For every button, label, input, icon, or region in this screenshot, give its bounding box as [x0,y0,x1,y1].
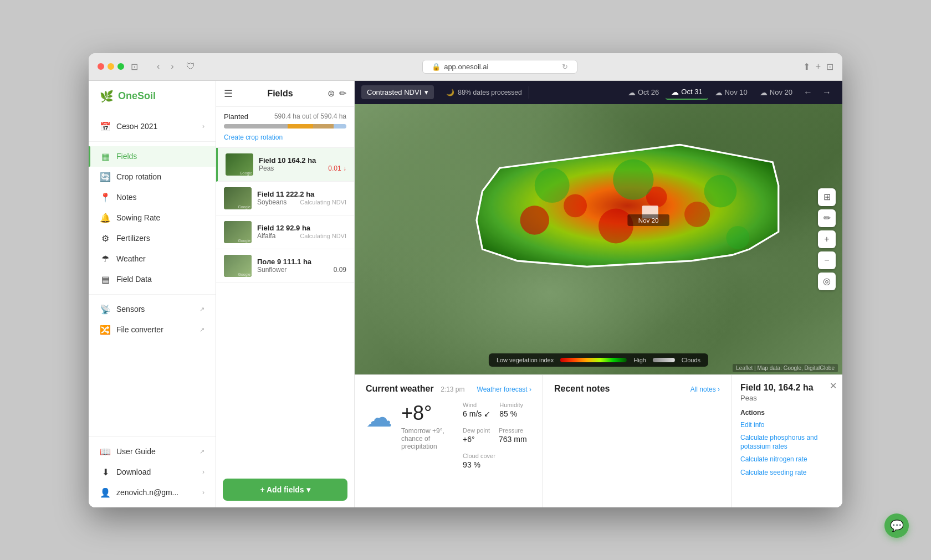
sidebar-item-season[interactable]: 📅 Сезон 2021 › [89,116,216,137]
map-layers-button[interactable]: ⊞ [818,188,836,206]
shield-icon: 🛡 [184,61,197,71]
weather-tomorrow: Tomorrow +9°, chance of precipitation [401,427,445,450]
external-link-icon2: ↗ [200,326,204,333]
map-draw-button[interactable]: ✏ [818,209,836,227]
sidebar-item-fertilizers[interactable]: ⚙ Fertilizers [89,228,216,249]
field-thumbnail: Google [226,153,253,176]
field-info-panel: ✕ Field 10, 164.2 ha Peas Actions Edit i… [732,375,842,507]
sidebar-item-download[interactable]: ⬇ Download › [89,462,216,482]
sidebar-item-crop-rotation[interactable]: 🔄 Crop rotation [89,167,216,187]
chat-fab-button[interactable]: 💬 [884,513,909,538]
field-info-close-button[interactable]: ✕ [830,381,837,391]
cloud-icon-2: ☁ [715,88,723,97]
new-tab-button[interactable]: + [816,61,821,72]
field-info-row: Field 11 222.2 ha Soybeans Calculating N… [257,190,346,206]
window-toggle-button[interactable]: ⊡ [131,61,138,72]
moon-icon: 🌙 [446,89,454,96]
recent-notes-panel: Recent notes All notes › [543,375,732,507]
add-fields-button[interactable]: + Add fields ▾ [223,479,347,501]
sidebar-item-sensors[interactable]: 📡 Sensors ↗ [89,299,216,320]
logo-icon: 🌿 [100,90,114,103]
green-area [613,159,653,199]
notes-icon: 📍 [100,192,111,203]
processing-text: 88% dates processed [458,89,521,96]
fields-header-actions: ⊜ ✏ [328,88,346,99]
field-item[interactable]: Google Field 12 92.9 ha Alfalfa Calculat… [216,215,354,249]
minimize-button[interactable] [108,63,114,70]
hamburger-icon[interactable]: ☰ [224,88,233,100]
sidebar-item-user-guide[interactable]: 📖 User Guide ↗ [89,441,216,462]
sidebar-item-fields[interactable]: ▦ Fields [89,146,216,167]
date-next-button[interactable]: → [818,85,836,100]
map-location-button[interactable]: ◎ [818,273,836,290]
fields-label: Fields [116,152,204,161]
sidebar-item-notes[interactable]: 📍 Notes [89,187,216,208]
date-nav: ☁ Oct 26 ☁ Oct 31 ☁ Nov 10 ☁ Nov 20 [622,85,836,100]
hotspot [684,201,710,227]
map-zoom-out-button[interactable]: − [818,251,836,269]
legend-high-label: High [633,357,646,363]
close-button[interactable] [98,63,104,70]
date-nov10-label: Nov 10 [725,88,748,96]
sidebar-item-field-data[interactable]: ▤ Field Data [89,269,216,290]
forward-button[interactable]: › [167,60,177,73]
date-nov20[interactable]: ☁ Nov 20 [754,86,798,99]
date-oct26[interactable]: ☁ Oct 26 [622,86,664,99]
planted-bar [224,124,346,129]
weather-forecast-link[interactable]: Weather forecast › [477,386,531,393]
map-background: Nov 20 [355,104,842,374]
date-nov10[interactable]: ☁ Nov 10 [709,86,753,99]
sidebar-item-weather[interactable]: ☂ Weather [89,249,216,269]
map-zoom-in-button[interactable]: + [818,230,836,248]
date-oct26-label: Oct 26 [638,88,659,96]
filter-icon[interactable]: ⊜ [328,88,335,99]
wind-label: Wind [463,402,490,408]
weather-temp: +8° [401,402,445,425]
processing-badge: 🌙 88% dates processed [439,86,529,99]
bar-segment-1 [224,124,288,129]
sidebar-item-user[interactable]: 👤 zenovich.n@gm... › [89,482,216,503]
recent-notes-title: Recent notes [554,384,610,394]
actions-title: Actions [740,409,833,417]
date-oct31[interactable]: ☁ Oct 31 [666,85,708,100]
weather-wind: Wind 6 m/s ↙ [463,402,490,418]
crop-rotation-label: Crop rotation [116,172,204,181]
address-bar[interactable]: 🔒 app.onesoil.ai ↻ [422,60,577,74]
all-notes-link[interactable]: All notes › [690,386,720,393]
edit-icon[interactable]: ✏ [339,88,346,99]
ndvi-selector[interactable]: Contrasted NDVI ▾ [361,85,434,99]
bottom-section: Current weather 2:13 pm Weather forecast… [355,374,842,507]
external-link-icon3: ↗ [200,448,204,455]
calc-seeding-link[interactable]: Calculate seeding rate [740,469,833,477]
weather-label: Weather [116,254,204,263]
sidebar-item-file-converter[interactable]: 🔀 File converter ↗ [89,320,216,340]
user-guide-label: User Guide [116,447,194,456]
share-button[interactable]: ⬆ [803,61,810,72]
sidebar-nav: 📅 Сезон 2021 › ▦ Fields 🔄 Crop rotation … [89,112,216,436]
create-rotation-link[interactable]: Create crop rotation [224,133,283,141]
dew-label: Dew point [463,427,490,434]
maximize-button[interactable] [117,63,124,70]
thumb-label: Google [238,239,250,243]
field-item[interactable]: Google Field 11 222.2 ha Soybeans Calcul… [216,182,354,215]
calc-n-link[interactable]: Calculate nitrogen rate [740,455,833,464]
field-item[interactable]: Google Field 10 164.2 ha Peas 0.01 ↓ [216,148,354,182]
field-status: Calculating NDVI [300,233,346,239]
field-overlay: Nov 20 [355,104,842,336]
calc-pk-link[interactable]: Calculate phosphorus and potassium rates [740,434,833,451]
date-prev-button[interactable]: ← [799,85,817,100]
download-icon: ⬇ [100,467,111,477]
sidebar-item-sowing-rate[interactable]: 🔔 Sowing Rate [89,208,216,228]
field-item[interactable]: Google Поле 9 111.1 ha Sunflower 0.09 [216,249,354,283]
green-area [535,168,570,203]
main-area: Contrasted NDVI ▾ 🌙 88% dates processed … [355,81,842,507]
map-container[interactable]: Nov 20 Low vegetation index High Clouds … [355,104,842,374]
download-arrow-icon: › [202,468,204,476]
hotspot [564,194,587,217]
user-arrow-icon: › [202,489,204,496]
field-info-row: Field 12 92.9 ha Alfalfa Calculating NDV… [257,224,346,240]
tabs-button[interactable]: ⊡ [826,61,833,72]
back-button[interactable]: ‹ [154,60,163,73]
edit-info-link[interactable]: Edit info [740,421,833,430]
crop-rotation-icon: 🔄 [100,172,111,182]
